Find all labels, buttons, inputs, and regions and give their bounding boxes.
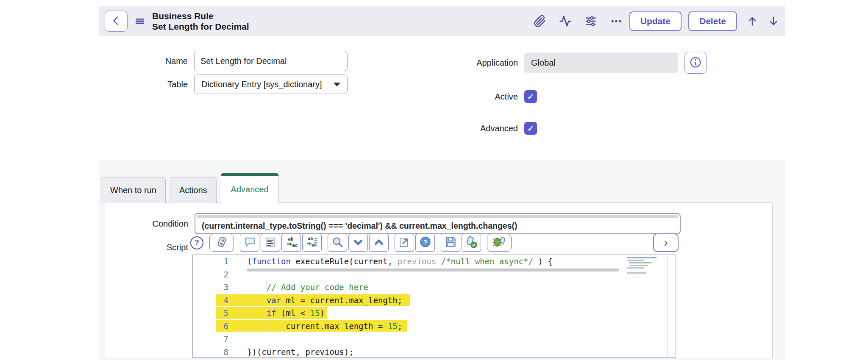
line-number: 2 (193, 270, 244, 279)
toolbar-group (487, 234, 512, 252)
condition-field (195, 213, 681, 234)
application-label: Application (425, 58, 524, 68)
advanced-checkbox[interactable]: ✓ (524, 122, 537, 135)
script-editor-toolbar: ?abacabac? (190, 233, 512, 253)
format-code-button[interactable] (261, 234, 280, 252)
form-header: Business Rule Set Length for Decimal Upd… (99, 6, 785, 36)
tab-bar: When to runActionsAdvanced (101, 174, 279, 203)
svg-text:ab: ab (308, 236, 313, 241)
code-text: current.max_length = 15; (244, 321, 402, 331)
debug-button[interactable] (487, 234, 512, 252)
expand-editor-button[interactable]: › (653, 233, 679, 252)
find-next-button[interactable] (348, 234, 368, 252)
arrow-up-icon[interactable] (746, 15, 758, 27)
name-field-row: Name (95, 51, 348, 71)
editor-minimap (626, 256, 657, 276)
scroll-check-icon (465, 236, 478, 250)
caret-down-icon (334, 83, 340, 86)
code-line[interactable]: 8})(current, previous); (193, 346, 676, 358)
format-icon (265, 237, 276, 249)
check-icon: ✓ (527, 124, 534, 133)
condition-field-row: Condition (120, 213, 681, 234)
chevron-up-icon (373, 237, 384, 249)
delete-button[interactable]: Delete (688, 11, 737, 31)
code-line[interactable]: 5 if (ml < 15) (193, 307, 676, 320)
application-value: Global (531, 58, 556, 68)
code-line[interactable]: 1(function executeRule(current, previous… (193, 255, 676, 268)
svg-text:ac: ac (292, 242, 298, 248)
code-text: (function executeRule(current, previous … (244, 257, 553, 266)
toggle-comment-button[interactable] (240, 234, 259, 252)
save-button[interactable] (441, 234, 460, 252)
find-previous-button[interactable] (369, 234, 389, 252)
code-line[interactable]: 4 var ml = current.max_length; (193, 294, 676, 307)
help-circle-icon: ? (419, 236, 431, 249)
activity-icon[interactable] (559, 15, 572, 28)
svg-text:ab: ab (288, 236, 294, 241)
arrow-down-icon[interactable] (768, 15, 779, 27)
toolbar-group (209, 234, 234, 252)
code-text: // Add your code here (244, 282, 368, 292)
code-line[interactable]: 3 // Add your code here (193, 281, 676, 294)
more-actions-icon[interactable] (610, 15, 623, 28)
code-line[interactable]: 6 current.max_length = 15; (193, 320, 676, 333)
svg-text:?: ? (423, 238, 427, 246)
name-input[interactable] (194, 51, 348, 71)
comment-icon (244, 236, 256, 249)
code-line[interactable]: 7 (193, 332, 676, 346)
editor-horizontal-scrollbar[interactable] (247, 269, 619, 271)
search-button[interactable] (328, 234, 347, 252)
sliders-icon[interactable] (584, 15, 597, 28)
line-number: 1 (193, 257, 244, 266)
line-number: 7 (193, 334, 244, 343)
back-button[interactable] (105, 11, 128, 32)
table-select-value: Dictionary Entry [sys_dictionary] (201, 80, 322, 89)
syntax-editor-toggle-button[interactable] (209, 234, 234, 252)
search-icon (331, 236, 344, 249)
advanced-field-row: Advanced ✓ (425, 122, 537, 135)
script-label: Script (120, 243, 195, 252)
table-select[interactable]: Dictionary Entry [sys_dictionary] (194, 75, 348, 94)
record-name: Set Length for Decimal (152, 21, 249, 32)
syntax-check-button[interactable] (462, 234, 481, 252)
active-field-row: Active ✓ (425, 90, 537, 103)
name-label: Name (95, 56, 194, 66)
code-text: var ml = current.max_length; (244, 296, 402, 305)
chevron-down-icon (353, 237, 364, 249)
context-menu-icon[interactable] (134, 16, 145, 27)
script-help-icon[interactable]: ? (190, 236, 203, 249)
condition-input[interactable] (201, 219, 676, 232)
advanced-label: Advanced (425, 124, 524, 133)
editor-scrollbar[interactable] (667, 255, 668, 357)
scroll-icon (215, 235, 228, 250)
line-number: 4 (193, 296, 244, 305)
paperclip-icon[interactable] (534, 15, 546, 28)
script-code-editor[interactable]: 1(function executeRule(current, previous… (192, 255, 676, 358)
line-number: 8 (193, 347, 244, 357)
application-field-row: Application Global (425, 52, 707, 74)
open-in-new-window-button[interactable] (395, 234, 414, 252)
tab-advanced[interactable]: Advanced (221, 173, 279, 203)
save-icon (445, 236, 456, 249)
editor-help-button[interactable]: ? (415, 234, 435, 252)
replace-all-button[interactable]: abac (302, 234, 322, 252)
active-checkbox[interactable]: ✓ (524, 90, 537, 103)
replace-button[interactable]: abac (281, 234, 301, 252)
check-icon: ✓ (527, 92, 534, 102)
info-icon (689, 56, 702, 70)
update-button[interactable]: Update (629, 11, 682, 31)
tab-when-to-run[interactable]: When to run (101, 177, 166, 203)
toolbar-group: abacabac (240, 234, 322, 252)
application-info-button[interactable] (684, 52, 707, 74)
page-title: Business Rule (152, 11, 249, 21)
tabs-panel: When to runActionsAdvanced Condition Scr… (99, 160, 785, 360)
table-field-row: Table Dictionary Entry [sys_dictionary] (95, 75, 348, 94)
toolbar-group (328, 234, 389, 252)
code-text: if (ml < 15) (244, 308, 325, 318)
chevron-left-icon (111, 15, 122, 28)
open-new-icon (399, 237, 410, 249)
tab-actions[interactable]: Actions (170, 177, 217, 203)
table-label: Table (95, 80, 194, 89)
condition-label: Condition (120, 219, 195, 229)
condition-scrollbar[interactable] (197, 215, 678, 218)
